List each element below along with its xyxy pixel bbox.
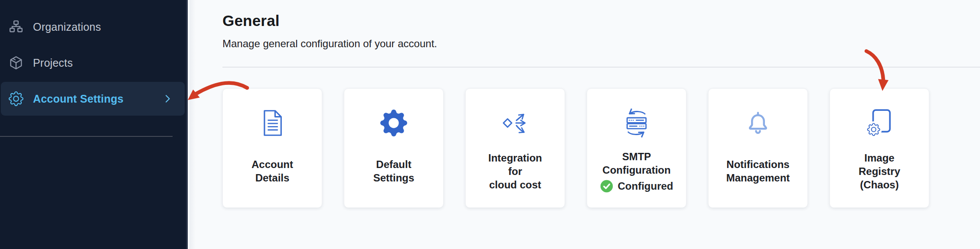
card-title: Integration for cloud cost — [488, 151, 542, 191]
sidebar-item-label: Projects — [33, 57, 73, 69]
sidebar-item-projects[interactable]: Projects — [1, 46, 185, 80]
document-icon — [261, 104, 284, 142]
server-sync-icon — [621, 104, 653, 142]
cube-icon — [8, 55, 24, 71]
sidebar-item-organizations[interactable]: Organizations — [1, 10, 185, 44]
page-subtitle: Manage general configuration of your acc… — [222, 38, 980, 50]
org-chart-icon — [8, 19, 24, 35]
card-title: Image Registry (Chaos) — [859, 151, 900, 191]
card-integration-cloud-cost[interactable]: Integration for cloud cost — [465, 88, 565, 208]
card-default-settings[interactable]: Default Settings — [344, 88, 444, 208]
sidebar: Organizations Projects Account Settings — [0, 0, 188, 249]
registry-gear-icon — [866, 104, 893, 142]
sidebar-item-account-settings[interactable]: Account Settings — [1, 82, 185, 116]
header-divider — [222, 67, 980, 68]
card-title: SMTP Configuration — [602, 150, 670, 177]
card-title: Default Settings — [373, 158, 415, 184]
card-title: Account Details — [252, 158, 293, 184]
sidebar-item-label: Organizations — [33, 21, 101, 33]
sidebar-item-label: Account Settings — [33, 93, 124, 105]
sidebar-nav-list: Organizations Projects Account Settings — [0, 0, 186, 116]
branch-arrows-icon — [499, 104, 532, 142]
card-notifications-management[interactable]: Notifications Management — [708, 88, 808, 208]
page-title: General — [222, 12, 980, 29]
bell-icon — [745, 104, 771, 142]
settings-cards-grid: Account Details Default Settings — [222, 88, 980, 208]
card-account-details[interactable]: Account Details — [222, 88, 322, 208]
check-circle-icon — [600, 180, 613, 193]
card-smtp-configuration[interactable]: SMTP Configuration Configured — [587, 88, 686, 208]
gear-icon — [8, 91, 24, 107]
sidebar-divider — [0, 136, 173, 137]
card-title: Notifications Management — [726, 158, 790, 184]
gear-icon — [380, 104, 407, 142]
card-image-registry-chaos[interactable]: Image Registry (Chaos) — [830, 88, 929, 208]
status-badge: Configured — [600, 180, 673, 193]
status-label: Configured — [618, 180, 673, 192]
chevron-right-icon — [163, 94, 173, 103]
main-content: General Manage general configuration of … — [189, 0, 980, 249]
